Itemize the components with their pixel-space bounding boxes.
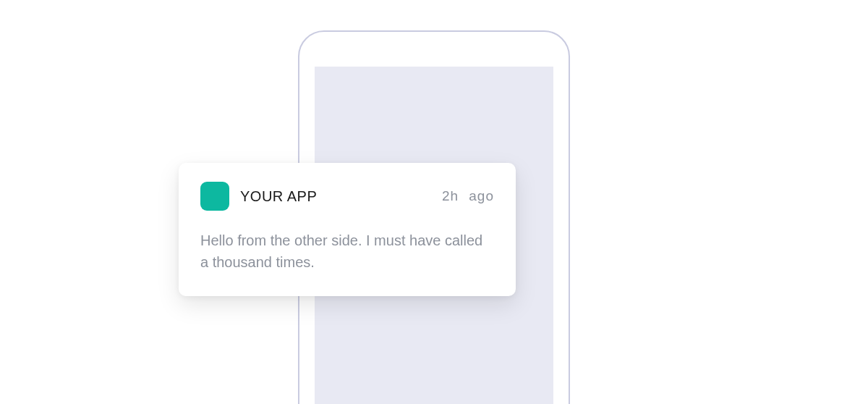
app-name: YOUR APP [240,188,431,205]
notification-header: YOUR APP 2h ago [200,182,494,211]
notification-timestamp: 2h ago [442,188,494,204]
app-icon [200,182,229,211]
notification-card[interactable]: YOUR APP 2h ago Hello from the other sid… [179,163,516,296]
notification-message: Hello from the other side. I must have c… [200,230,494,273]
